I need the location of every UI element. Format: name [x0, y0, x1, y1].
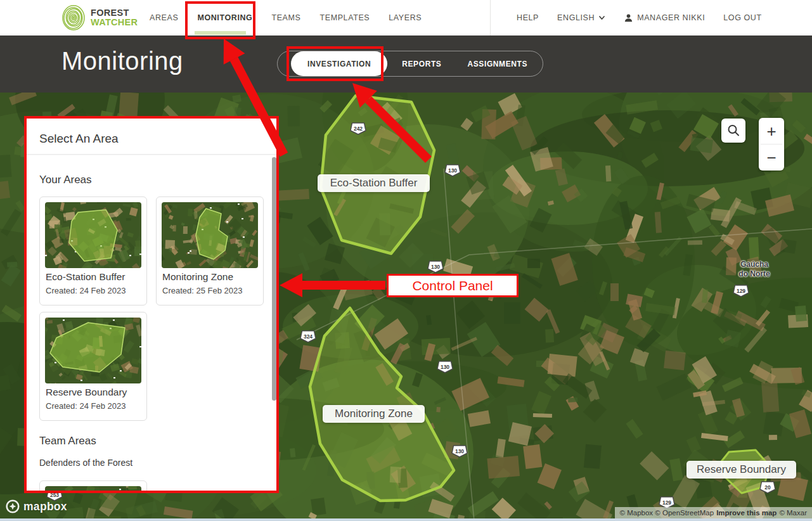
- svg-text:242: 242: [354, 125, 363, 132]
- user-icon: [624, 13, 633, 23]
- user-name: MANAGER NIKKI: [637, 13, 705, 22]
- tree-rings-icon: [61, 4, 86, 31]
- improve-this-map-link[interactable]: Improve this map: [716, 509, 777, 517]
- bottom-edge-strip: [0, 518, 812, 521]
- nav-item-areas[interactable]: AREAS: [150, 13, 178, 22]
- area-card-monitoring-zone[interactable]: Monitoring Zone Created: 25 Feb 2023: [156, 196, 264, 306]
- area-name: Reserve Boundary: [46, 387, 127, 398]
- panel-divider: [27, 154, 276, 155]
- zoom-out-button[interactable]: −: [759, 145, 784, 170]
- area-thumbnail: [45, 318, 141, 383]
- place-label-gaucha-do-norte: Gaúcha do Norte: [730, 260, 778, 279]
- nav-item-monitoring[interactable]: MONITORING: [197, 13, 252, 22]
- map-label-monitoring-zone[interactable]: Monitoring Zone: [323, 405, 425, 423]
- svg-text:130: 130: [431, 264, 440, 270]
- map-label-reserve-boundary[interactable]: Reserve Boundary: [686, 461, 796, 479]
- area-card-team-partial[interactable]: [39, 480, 147, 493]
- road-shield: 130: [437, 361, 453, 373]
- attribution-maxar: © Maxar: [779, 509, 807, 517]
- nav-item-layers[interactable]: LAYERS: [389, 13, 422, 22]
- language-label: ENGLISH: [557, 13, 595, 22]
- nav-item-help[interactable]: HELP: [517, 13, 539, 22]
- svg-text:324: 324: [304, 333, 313, 340]
- area-thumbnail: [45, 486, 141, 493]
- team-name: Defenders of the Forest: [39, 458, 132, 468]
- area-card-eco-station-buffer[interactable]: Eco-Station Buffer Created: 24 Feb 2023: [39, 196, 147, 306]
- zoom-in-button[interactable]: +: [759, 118, 784, 144]
- your-areas-heading: Your Areas: [39, 174, 92, 186]
- svg-text:20: 20: [764, 484, 771, 491]
- svg-text:130: 130: [441, 364, 449, 370]
- panel-scrollbar[interactable]: [272, 157, 276, 401]
- area-card-reserve-boundary[interactable]: Reserve Boundary Created: 24 Feb 2023: [39, 312, 147, 421]
- road-shield: 130: [444, 164, 461, 177]
- map-zoom-control: + −: [759, 118, 784, 170]
- area-name: Eco-Station Buffer: [46, 271, 126, 283]
- forest-watcher-app: Eco-Station Buffer Monitoring Zone Reser…: [0, 0, 812, 521]
- chevron-down-icon: [598, 15, 605, 20]
- road-shield: 242: [350, 122, 366, 135]
- brand-line-watcher: WATCHER: [91, 18, 138, 27]
- tab-assignments[interactable]: ASSIGNMENTS: [467, 60, 527, 68]
- logout-button[interactable]: LOG OUT: [723, 13, 761, 22]
- tab-investigation[interactable]: INVESTIGATION: [291, 51, 387, 76]
- area-thumbnail: [162, 202, 258, 268]
- road-shield: 130: [451, 445, 468, 458]
- language-dropdown[interactable]: ENGLISH: [557, 13, 605, 22]
- nav-item-teams[interactable]: TEAMS: [271, 13, 300, 22]
- monitoring-tabs: INVESTIGATION REPORTS ASSIGNMENTS: [277, 51, 543, 77]
- road-shield: 20: [759, 481, 776, 494]
- brand-line-forest: FOREST: [91, 8, 138, 18]
- nav-item-templates[interactable]: TEMPLATES: [319, 13, 370, 22]
- area-created-date: Created: 25 Feb 2023: [162, 286, 242, 295]
- area-created-date: Created: 24 Feb 2023: [46, 286, 126, 295]
- nav-divider: [490, 0, 491, 35]
- svg-text:129: 129: [737, 288, 745, 294]
- top-navigation-bar: FOREST WATCHER AREAS MONITORING TEAMS TE…: [0, 0, 812, 35]
- road-shield: 129: [733, 285, 749, 297]
- svg-text:130: 130: [448, 167, 457, 174]
- primary-nav: AREAS MONITORING TEAMS TEMPLATES LAYERS: [150, 0, 422, 35]
- area-thumbnail: [45, 202, 141, 268]
- area-name: Monitoring Zone: [162, 271, 233, 283]
- svg-text:130: 130: [455, 448, 464, 454]
- user-menu[interactable]: MANAGER NIKKI: [624, 13, 705, 23]
- panel-title: Select An Area: [39, 132, 119, 146]
- map-label-eco-station-buffer[interactable]: Eco-Station Buffer: [318, 174, 430, 192]
- forest-watcher-logo[interactable]: FOREST WATCHER: [61, 4, 138, 31]
- team-areas-heading: Team Areas: [39, 435, 96, 447]
- tab-reports[interactable]: REPORTS: [402, 60, 441, 68]
- road-shield: 130: [427, 260, 444, 273]
- road-shield: 324: [300, 330, 316, 343]
- secondary-nav: HELP ENGLISH MANAGER NIKKI LOG OUT: [517, 0, 762, 35]
- attribution-text: © Mapbox © OpenStreetMap: [620, 509, 714, 517]
- mapbox-wordmark: mapbox: [23, 500, 67, 513]
- area-created-date: Created: 24 Feb 2023: [46, 401, 126, 411]
- active-nav-underline: [195, 31, 246, 35]
- mapbox-icon: [5, 499, 20, 514]
- svg-text:129: 129: [662, 499, 671, 506]
- select-area-panel: Select An Area Your Areas Eco-Station Bu…: [24, 116, 279, 493]
- map-search-button[interactable]: [721, 119, 745, 143]
- map-attribution: © Mapbox © OpenStreetMap Improve this ma…: [615, 507, 812, 518]
- mapbox-logo[interactable]: mapbox: [5, 499, 67, 514]
- page-title: Monitoring: [61, 48, 183, 74]
- search-icon: [726, 124, 740, 138]
